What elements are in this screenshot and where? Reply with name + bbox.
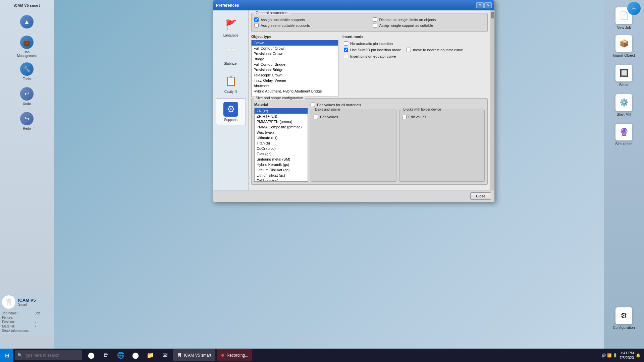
taskbar-icam-app[interactable]: 🦷 iCAM V5 smart <box>173 349 215 361</box>
listbox-item-abutment[interactable]: Abutment <box>252 83 338 88</box>
position-row: Position: - <box>2 320 52 324</box>
checkbox-disable-pin[interactable] <box>373 17 377 22</box>
listbox-item-hybrid-abutment[interactable]: Hybrid Abutment, Hybrid Abutment Bridge <box>252 88 338 94</box>
insert-equator-label: Insert pins on equator curve <box>350 54 396 58</box>
start-button[interactable]: ⊞ <box>0 349 13 362</box>
listbox-item-provisional-bridge[interactable]: Provisional Bridge <box>252 67 338 72</box>
listbox-item-bridge[interactable]: Bridge <box>252 56 338 62</box>
material-listbox[interactable]: ZR (zr) ZR HT+ (zrt) PMMA/PEEK (pmma) PM… <box>254 108 308 182</box>
icam-right-sidebar: + 📄 New Job 📦 Import Object 🔲 Blank ⚙️ <box>604 0 644 349</box>
sidebar-item-tools[interactable]: 🔧 Tools <box>15 60 39 83</box>
taskbar-cortana-icon[interactable]: ⬤ <box>85 349 98 362</box>
listbox-item-full-contour-bridge[interactable]: Full Contour Bridge <box>252 62 338 67</box>
edit-all-materials-row: Edit values for all materials <box>311 103 485 107</box>
close-button[interactable]: Close <box>470 192 491 200</box>
material-item-glas[interactable]: Glas (gc) <box>255 151 308 157</box>
move-nearest-checkbox[interactable] <box>407 48 411 52</box>
material-item-hybrid-keramik[interactable]: Hybrid Keramik (gc) <box>255 162 308 167</box>
material-col: Material ZR (zr) ZR HT+ (zrt) PMMA/PEEK … <box>254 103 308 182</box>
import-object-button[interactable]: 📦 Import Object <box>609 33 639 60</box>
cavity-fit-label: Cavity fit <box>224 90 237 94</box>
checkbox-assign-semi[interactable] <box>254 23 259 27</box>
help-button[interactable]: ? <box>476 2 484 8</box>
taskbar-search-input[interactable] <box>24 353 77 358</box>
panel-nav-supports[interactable]: ⚙ Supports <box>216 98 246 125</box>
notification-icon[interactable]: 🔔 <box>636 353 641 358</box>
object-type-listbox[interactable]: Crown Full Contour Crown Provisional Cro… <box>251 40 338 97</box>
nav-up-button[interactable]: ▲ <box>15 10 39 34</box>
simulation-button[interactable]: 🔮 Simulation <box>609 121 639 148</box>
material-item-pmma[interactable]: PMMA/PEEK (pmma) <box>255 119 308 124</box>
object-insert-row: Object type Crown Full Contour Crown Pro… <box>251 35 488 97</box>
material-item-sintering[interactable]: Sintering metal (SM) <box>255 157 308 162</box>
material-item-pmmac[interactable]: PMMA Composite (pmmac) <box>255 124 308 130</box>
disks-edit-row: Edit values <box>314 115 393 119</box>
sidebar-item-job-management[interactable]: 💼 Job Management <box>15 35 39 58</box>
taskbar-mail-icon[interactable]: ✉ <box>158 349 172 362</box>
taskbar-edge-icon[interactable]: 🌐 <box>114 349 127 362</box>
simulation-icon: 🔮 <box>615 124 632 140</box>
material-item-lithium-dis[interactable]: Lithium Disilikat (gc) <box>255 167 308 173</box>
icam-logo-sub: Smart <box>18 303 36 306</box>
material-item-feldspar[interactable]: Feldspar (pc) <box>255 178 308 182</box>
sidebar-item-undo[interactable]: ↩ Undo <box>15 84 39 108</box>
listbox-item-crown[interactable]: Crown <box>252 40 338 46</box>
redo-label: Redo <box>23 127 31 130</box>
new-job-button[interactable]: + 📄 New Job <box>609 3 639 30</box>
dialog-body: 🚩 Language 🦷 Stabilizer 📋 Cavity fit ⚙ S… <box>213 10 494 190</box>
disks-edit-checkbox[interactable] <box>314 115 318 119</box>
listbox-item-telescopic-crown[interactable]: Telescopic Crown <box>252 72 338 78</box>
blocks-edit-checkbox[interactable] <box>402 115 407 119</box>
material-item-lithiumsil[interactable]: Lithiumsilikat (gc) <box>255 173 308 178</box>
material-item-ultimate[interactable]: Ultimate (ult) <box>255 135 308 140</box>
checkbox-single-support[interactable] <box>373 23 377 27</box>
language-icon: 🚩 <box>223 17 238 32</box>
material-item-zrht[interactable]: ZR HT+ (zrt) <box>255 114 308 119</box>
taskbar: ⊞ 🔍 ⬤ ⧉ 🌐 ⬤ 📁 ✉ 🦷 iCAM V5 smart ⏺ Record… <box>0 349 644 362</box>
disks-blocks-area: Edit values for all materials Disks and … <box>311 103 485 182</box>
general-params-columns: Assign uncuttable supports Assign semi-c… <box>254 17 485 29</box>
taskbar-middle-icons: ⬤ ⧉ 🌐 ⬤ 📁 ✉ 🦷 iCAM V5 smart ⏺ Recording.… <box>85 349 252 362</box>
taskbar-recording-btn[interactable]: ⏺ Recording... <box>217 349 253 361</box>
checkbox-assign-uncuttable[interactable] <box>254 17 259 22</box>
icam-logo: 🦷 iCAM V5 Smart <box>2 295 52 309</box>
close-title-button[interactable]: ✕ <box>484 2 492 8</box>
import-object-label: Import Object <box>613 53 635 57</box>
material-row: Material: - <box>2 324 52 328</box>
no-auto-pin-checkbox[interactable] <box>344 41 348 46</box>
dialog-scrollbar[interactable] <box>490 10 494 190</box>
blocks-edit-label: Edit values <box>409 115 427 119</box>
material-item-cocr[interactable]: CoCr (crco) <box>255 146 308 151</box>
assign-semi-label: Assign semi-cuttable supports <box>261 23 310 27</box>
material-item-titan[interactable]: Titan (ti) <box>255 140 308 146</box>
listbox-item-full-contour-crown[interactable]: Full Contour Crown <box>252 46 338 51</box>
taskbar-folder-icon[interactable]: 📁 <box>144 349 157 362</box>
taskbar-clock: 1:41 PM <box>620 351 634 355</box>
object-type-col: Object type Crown Full Contour Crown Pro… <box>251 35 338 97</box>
material-item-zr[interactable]: ZR (zr) <box>255 108 308 114</box>
supports-icon: ⚙ <box>223 102 238 117</box>
scrollbar-thumb[interactable] <box>491 12 494 18</box>
panel-nav-stabilizer[interactable]: 🦷 Stabilizer <box>216 42 246 69</box>
start-mill-button[interactable]: ⚙️ Start Mill <box>609 92 639 119</box>
object-type-header: Object type <box>251 35 338 39</box>
panel-nav-language[interactable]: 🚩 Language <box>216 14 246 41</box>
dialog-title: Preferences <box>216 3 476 8</box>
edit-all-materials-checkbox[interactable] <box>311 103 315 107</box>
taskbar-search-box[interactable]: 🔍 <box>15 350 82 360</box>
material-header: Material <box>254 103 308 107</box>
taskbar-chrome-icon[interactable]: ⬤ <box>129 349 142 362</box>
taskbar-date: 7/3/2020 <box>620 355 634 360</box>
insert-equator-checkbox[interactable] <box>344 54 348 58</box>
listbox-item-inlay[interactable]: Inlay, Onlay, Veener <box>252 78 338 83</box>
stabilizer-label: Stabilizer <box>224 62 237 65</box>
panel-nav-cavity-fit[interactable]: 📋 Cavity fit <box>216 70 246 97</box>
configuration-button[interactable]: ⚙ Configuration <box>609 305 639 332</box>
sidebar-item-redo[interactable]: ↪ Redo <box>15 109 39 133</box>
use-sum3d-checkbox[interactable] <box>344 48 348 52</box>
taskbar-taskview-icon[interactable]: ⧉ <box>99 349 113 362</box>
blocks-col: Blocks with holder device Edit values <box>399 110 485 182</box>
listbox-item-provisional-crown[interactable]: Provisional Crown <box>252 51 338 56</box>
blank-button[interactable]: 🔲 Blank <box>609 62 639 89</box>
material-item-wax[interactable]: Wax (wax) <box>255 130 308 135</box>
